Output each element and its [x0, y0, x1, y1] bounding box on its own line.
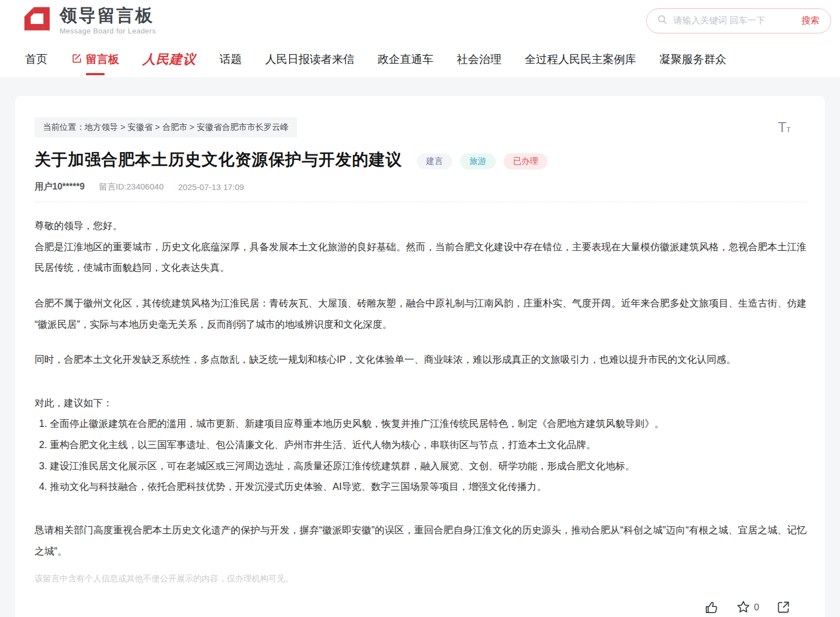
share-icon [776, 600, 791, 615]
paragraph: 合肥是江淮地区的重要城市，历史文化底蕴深厚，具备发展本土文化旅游的良好基础。然而… [35, 237, 807, 279]
thumbs-up-icon [704, 600, 719, 615]
paragraph: 同时，合肥本土文化开发缺乏系统性，多点散乱，缺乏统一规划和核心IP，文化体验单一… [35, 349, 807, 371]
like-button[interactable] [704, 600, 719, 615]
nav-item-social-governance[interactable]: 社会治理 [457, 52, 501, 67]
nav-item-topics[interactable]: 话题 [219, 52, 242, 67]
privacy-note: 该留言中含有个人信息或其他不便公开展示的内容，仅办理机构可见。 [35, 570, 807, 587]
nav-item-message-board[interactable]: 留言板 [71, 52, 119, 67]
post-body: 尊敬的领导，您好。 合肥是江淮地区的重要城市，历史文化底蕴深厚，具备发展本土文化… [35, 216, 807, 587]
font-size-small-glyph: т [787, 124, 790, 134]
logo-title: 领导留言板 [60, 6, 156, 25]
nav-item-people-suggestions[interactable]: 人民建议 [143, 51, 196, 68]
main-nav: 首页 留言板 人民建议 话题 人民日报读者来信 政企直通车 社会治理 全过程人民… [0, 41, 840, 78]
nav-item-democracy-cases[interactable]: 全过程人民民主案例库 [525, 52, 636, 67]
font-size-large-glyph: T [778, 119, 786, 135]
compose-icon [71, 52, 82, 67]
nav-item-gov-enterprise[interactable]: 政企直通车 [378, 52, 433, 67]
favorite-button[interactable]: 0 [736, 600, 759, 615]
author-name: 用户10*****9 [35, 181, 85, 193]
content-background: 当前位置：地方领导 > 安徽省 > 合肥市 > 安徽省合肥市市长罗云峰 Tт 关… [0, 78, 840, 617]
tag-topic: 旅游 [460, 153, 496, 169]
nav-item-readers-letters[interactable]: 人民日报读者来信 [265, 52, 354, 67]
paragraph: 对此，建议如下： [35, 393, 807, 414]
font-size-icon[interactable]: Tт [778, 120, 790, 134]
page-title: 关于加强合肥本土历史文化资源保护与开发的建议 [35, 149, 402, 171]
search-button[interactable]: 搜索 [802, 15, 819, 27]
message-id: 留言ID:23406040 [99, 182, 164, 192]
suggestion-item: 2. 重构合肥文化主线，以三国军事遗址、包公清廉文化、庐州市井生活、近代人物为核… [35, 435, 807, 456]
nav-item-home[interactable]: 首页 [25, 52, 47, 67]
breadcrumb[interactable]: 当前位置：地方领导 > 安徽省 > 合肥市 > 安徽省合肥市市长罗云峰 [35, 117, 297, 138]
suggestion-item: 3. 建设江淮民居文化展示区，可在老城区或三河周边选址，高质量还原江淮传统建筑群… [35, 456, 807, 477]
search-input[interactable] [673, 16, 802, 26]
dashed-divider [35, 202, 807, 202]
post-datetime: 2025-07-13 17:09 [178, 182, 244, 192]
suggestion-item: 1. 全面停止徽派建筑在合肥的滥用，城市更新、新建项目应尊重本地历史风貌，恢复并… [35, 414, 807, 435]
nav-item-service-groups[interactable]: 凝聚服务群众 [660, 52, 726, 67]
site-header: 领导留言板 Message Board for Leaders 搜索 [0, 0, 840, 41]
share-button[interactable] [776, 600, 791, 615]
favorite-count: 0 [754, 602, 759, 613]
post-meta: 用户10*****9 留言ID:23406040 2025-07-13 17:0… [35, 181, 807, 193]
paragraph: 合肥不属于徽州文化区，其传统建筑风格为江淮民居：青砖灰瓦、大屋顶、砖雕灰塑，融合… [35, 293, 807, 335]
logo-icon [22, 5, 52, 37]
message-card: 当前位置：地方领导 > 安徽省 > 合肥市 > 安徽省合肥市市长罗云峰 Tт 关… [15, 96, 825, 617]
search-box[interactable]: 搜索 [646, 8, 831, 33]
logo-subtitle: Message Board for Leaders [60, 27, 156, 35]
suggestion-item: 4. 推动文化与科技融合，依托合肥科技优势，开发沉浸式历史体验、AI导览、数字三… [35, 477, 807, 498]
site-logo[interactable]: 领导留言板 Message Board for Leaders [22, 5, 156, 37]
star-icon [736, 600, 751, 615]
tag-category: 建言 [417, 153, 452, 169]
closing-paragraph: 恳请相关部门高度重视合肥本土历史文化遗产的保护与开发，摒弃“徽派即安徽”的误区，… [35, 520, 807, 562]
action-bar: 0 [35, 600, 807, 615]
tag-list: 建言 旅游 已办理 [417, 153, 548, 169]
search-icon [657, 14, 668, 27]
paragraph: 尊敬的领导，您好。 [35, 216, 807, 237]
tag-status: 已办理 [504, 153, 548, 169]
nav-item-label: 留言板 [86, 52, 119, 67]
